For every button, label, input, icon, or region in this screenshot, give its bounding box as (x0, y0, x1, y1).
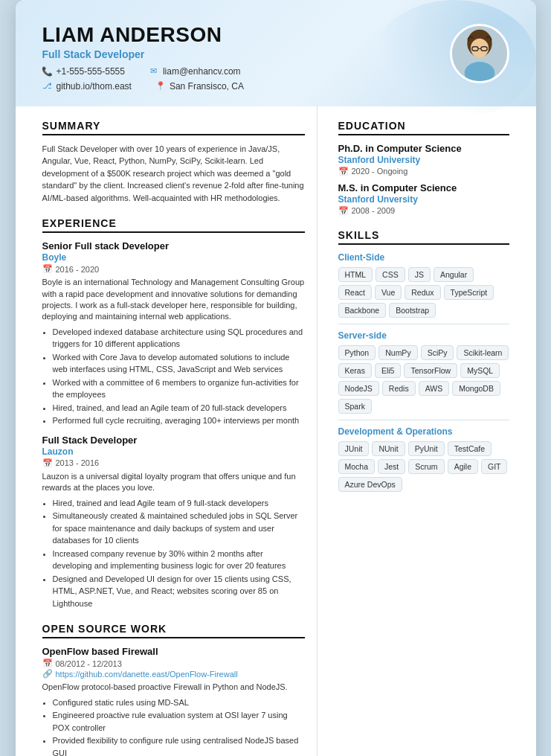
skill-python: Python (338, 345, 376, 360)
github-icon: ⎇ (42, 81, 53, 92)
skill-pyunit: PyUnit (408, 441, 445, 456)
calendar-icon-os: 📅 (42, 659, 53, 668)
project-dates: 📅 08/2012 - 12/2013 (42, 659, 305, 668)
location-text: San Fransisco, CA (170, 81, 244, 92)
email-contact: ✉ liam@enhancv.com (149, 66, 241, 77)
skills-divider-2 (338, 420, 509, 420)
skill-aws: AWS (419, 381, 450, 396)
skill-agile: Agile (448, 459, 478, 474)
degree-1-dates: 📅 2020 - Ongoing (338, 167, 509, 176)
summary-title: SUMMARY (42, 120, 305, 135)
degree-2-school: Stanford Unversity (338, 194, 509, 205)
project-desc: OpenFlow protocol-based proactive Firewa… (42, 682, 305, 693)
job-2-bullets: Hired, trained and lead Agile team of 9 … (53, 497, 305, 610)
bullet-item: Increased company revenue by 30% within … (53, 548, 305, 572)
skill-numpy: NumPy (378, 345, 417, 360)
candidate-name: LIAM ANDERSON (42, 24, 244, 47)
skill-redis: Redis (382, 381, 416, 396)
job-2-dates: 📅 2013 - 2016 (42, 458, 305, 468)
bullet-item: Hired, trained and lead Agile team of 9 … (53, 497, 305, 510)
skill-angular: Angular (434, 267, 474, 282)
skill-html: HTML (338, 267, 373, 282)
skill-spark: Spark (338, 399, 372, 414)
project-bullets: Configured static rules using MD-SAL Eng… (53, 696, 305, 756)
job-2: Full Stack Developer Lauzon 📅 2013 - 201… (42, 435, 305, 609)
skills-divider-1 (338, 324, 509, 324)
education-title: EDUCATION (338, 120, 509, 135)
job-1-company: Boyle (42, 252, 305, 263)
devops-tags: JUnit NUnit PyUnit TestCafe Mocha Jest S… (338, 441, 509, 492)
skill-nunit: NUnit (372, 441, 405, 456)
client-side-category: Client-Side (338, 252, 509, 263)
bullet-item: Simultaneously created & maintained sche… (53, 510, 305, 547)
skill-scipy: SciPy (421, 345, 454, 360)
contact-row: 📞 +1-555-555-5555 ✉ liam@enhancv.com (42, 66, 244, 77)
skill-mongodb: MongoDB (452, 381, 500, 396)
summary-text: Full Stack Developer with over 10 years … (42, 143, 305, 205)
right-column: EDUCATION Ph.D. in Computer Science Stan… (338, 106, 509, 756)
education-section: EDUCATION Ph.D. in Computer Science Stan… (338, 120, 509, 216)
experience-title: EXPERIENCE (42, 217, 305, 233)
job-2-title: Full Stack Developer (42, 435, 305, 446)
skill-css: CSS (376, 267, 405, 282)
project-title: OpenFlow based Firewall (42, 646, 305, 657)
skill-scikitlearn: Scikit-learn (457, 345, 509, 360)
job-1-dates: 📅 2016 - 2020 (42, 264, 305, 274)
skill-junit: JUnit (338, 441, 370, 456)
job-1-bullets: Developed indexed database architecture … (53, 326, 305, 427)
calendar-icon-2: 📅 (42, 458, 53, 468)
skill-mocha: Mocha (338, 459, 376, 474)
experience-section: EXPERIENCE Senior Full stack Developer B… (42, 217, 305, 609)
avatar (450, 24, 509, 83)
left-column: SUMMARY Full Stack Developer with over 1… (42, 106, 318, 756)
phone-icon: 📞 (42, 66, 53, 77)
skill-vue: Vue (375, 285, 402, 300)
skill-typescript: TypeScript (444, 285, 494, 300)
header-info: LIAM ANDERSON Full Stack Developer 📞 +1-… (42, 24, 244, 92)
bullet-item: Provided flexibility to configure rule u… (53, 734, 305, 756)
link-icon: 🔗 (42, 669, 53, 679)
skill-git: GIT (481, 459, 508, 474)
summary-section: SUMMARY Full Stack Developer with over 1… (42, 120, 305, 205)
location-contact: 📍 San Fransisco, CA (155, 81, 244, 92)
job-1-title: Senior Full stack Developer (42, 240, 305, 252)
svg-point-6 (464, 62, 494, 83)
project-link: 🔗 https://github.com/danette.east/OpenFl… (42, 669, 305, 679)
bullet-item: Designed and Developed UI design for ove… (53, 573, 305, 610)
calendar-icon-1: 📅 (42, 264, 53, 274)
job-2-desc: Lauzon is a universal digital loyalty pr… (42, 471, 305, 494)
skill-js: JS (408, 267, 431, 282)
contact-row-2: ⎇ github.io/thom.east 📍 San Fransisco, C… (42, 81, 244, 92)
degree-2-name: M.S. in Computer Science (338, 182, 509, 193)
degree-1: Ph.D. in Computer Science Stanford Unive… (338, 143, 509, 176)
body-content: SUMMARY Full Stack Developer with over 1… (16, 106, 536, 756)
degree-2-dates: 📅 2008 - 2009 (338, 206, 509, 216)
skill-keras: Keras (338, 363, 372, 378)
open-source-section: OPEN SOURCE WORK OpenFlow based Firewall… (42, 623, 305, 756)
skill-redux: Redux (405, 285, 440, 300)
bullet-item: Worked with Core Java to develop automat… (53, 351, 305, 376)
skill-jest: Jest (378, 459, 405, 474)
bullet-item: Worked with a committee of 6 members to … (53, 377, 305, 401)
server-side-tags: Python NumPy SciPy Scikit-learn Keras El… (338, 345, 509, 414)
svg-point-2 (470, 39, 488, 58)
skill-mysql: MySQL (460, 363, 500, 378)
header-section: LIAM ANDERSON Full Stack Developer 📞 +1-… (16, 0, 536, 106)
skill-tensorflow: TensorFlow (404, 363, 457, 378)
bullet-item: Engineered proactive rule evaluation sys… (53, 709, 305, 734)
job-2-company: Lauzon (42, 446, 305, 457)
client-side-tags: HTML CSS JS Angular React Vue Redux Type… (338, 267, 509, 318)
degree-1-name: Ph.D. in Computer Science (338, 143, 509, 154)
calendar-icon-e2: 📅 (338, 206, 349, 216)
job-1-desc: Boyle is an international Technology and… (42, 277, 305, 323)
phone-number: +1-555-555-5555 (57, 66, 125, 77)
devops-category: Development & Operations (338, 426, 509, 437)
candidate-title: Full Stack Developer (42, 48, 244, 60)
server-side-category: Server-side (338, 330, 509, 341)
skill-backbone: Backbone (338, 303, 387, 318)
skill-testcafe: TestCafe (448, 441, 492, 456)
job-1: Senior Full stack Developer Boyle 📅 2016… (42, 240, 305, 427)
skill-nodejs: NodeJS (338, 381, 379, 396)
open-source-title-label: OPEN SOURCE WORK (42, 623, 305, 638)
bullet-item: Performed full cycle recruiting, averagi… (53, 414, 305, 427)
